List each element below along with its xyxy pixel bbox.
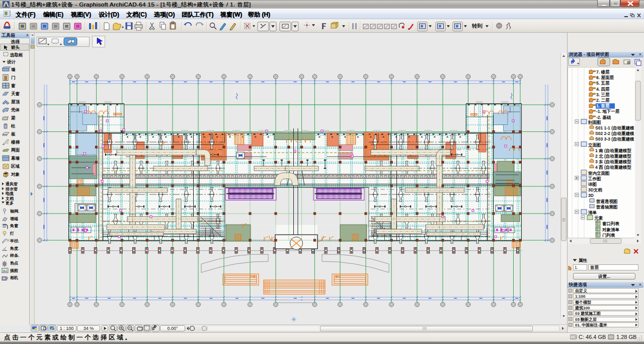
svg-text:S03 3-3 (自动重建模: S03 3-3 (自动重建模 (595, 136, 634, 142)
svg-text:窗: 窗 (11, 83, 16, 88)
svg-text:更多: 更多 (6, 201, 14, 205)
svg-text:2. 二层: 2. 二层 (596, 98, 610, 103)
svg-text:区域: 区域 (11, 164, 20, 169)
svg-text:角度.: 角度. (10, 246, 19, 251)
svg-text:12: 12 (7, 239, 10, 242)
svg-text:立面图: 立面图 (588, 143, 601, 148)
svg-text:7. 楼层: 7. 楼层 (596, 70, 610, 75)
svg-text:-1. 地下一层: -1. 地下一层 (596, 109, 620, 114)
svg-text:墙: 墙 (11, 67, 16, 72)
svg-text:半径.: 半径. (10, 239, 19, 243)
svg-text:S01 1-1 (自动重建模: S01 1-1 (自动重建模 (595, 125, 634, 130)
svg-text:梁: 梁 (11, 115, 16, 120)
svg-text:门: 门 (11, 75, 16, 80)
svg-text:3D: 3D (588, 193, 594, 198)
svg-text:2 北 (自动重建模型: 2 北 (自动重建模型 (595, 154, 631, 159)
svg-text:1. 首层: 1. 首层 (596, 103, 610, 108)
svg-text:轴网.: 轴网. (10, 209, 19, 214)
svg-text:窗口列表: 窗口列表 (602, 221, 620, 226)
svg-text:转到: 转到 (471, 23, 482, 29)
svg-text:元素: 元素 (594, 216, 603, 221)
svg-text:清单: 清单 (588, 210, 597, 215)
svg-text:壳体: 壳体 (11, 107, 20, 112)
svg-text:屋顶: 屋顶 (11, 99, 20, 104)
svg-text:排水管: 排水管 (5, 187, 18, 191)
svg-text:普通透视图: 普通透视图 (596, 199, 618, 204)
svg-text:-2. 基础: -2. 基础 (596, 115, 611, 120)
svg-text:插图: 插图 (10, 268, 18, 273)
svg-text:S02 2-2 (自动重建模: S02 2-2 (自动重建模 (595, 131, 634, 136)
svg-text:6. 屋面层: 6. 屋面层 (596, 75, 614, 80)
svg-text:板: 板 (11, 131, 16, 136)
svg-text:室内立面图: 室内立面图 (588, 171, 610, 176)
svg-text:样条.: 样条. (10, 253, 19, 258)
svg-text:选取框: 选取框 (10, 52, 23, 57)
svg-text:普通轴测图: 普通轴测图 (596, 204, 618, 210)
svg-text:对象: 对象 (11, 172, 20, 177)
svg-text:角窗: 角窗 (10, 223, 18, 228)
svg-text:3. 三层: 3. 三层 (596, 92, 610, 97)
svg-text:工作图: 工作图 (588, 176, 601, 181)
svg-text:箭头: 箭头 (11, 45, 20, 50)
svg-text:对象清单: 对象清单 (602, 227, 620, 232)
svg-text:柱: 柱 (11, 123, 16, 128)
svg-text:剖面图: 剖面图 (588, 120, 601, 125)
svg-text:门列表: 门列表 (602, 233, 615, 238)
svg-text:4 西 (自动重建模型: 4 西 (自动重建模型 (595, 165, 631, 170)
svg-text:天窗: 天窗 (11, 91, 20, 96)
svg-text:网面: 网面 (11, 148, 20, 153)
svg-text:1 南 (自动重建模型: 1 南 (自动重建模型 (595, 148, 631, 153)
svg-text:楼梯: 楼梯 (11, 140, 20, 145)
svg-text:幕墙: 幕墙 (11, 156, 20, 161)
svg-text:3D文档: 3D文档 (588, 187, 602, 192)
svg-text:墙端: 墙端 (10, 217, 18, 221)
svg-text:通风管: 通风管 (5, 181, 18, 186)
svg-text:设计: 设计 (7, 59, 16, 64)
svg-text:3 东 (自动重建模型: 3 东 (自动重建模型 (595, 159, 631, 164)
svg-text:热点: 热点 (10, 261, 19, 265)
svg-text:详图: 详图 (588, 182, 597, 187)
svg-text:电缆: 电缆 (6, 191, 14, 196)
svg-text:4. 四层: 4. 四层 (596, 87, 610, 92)
svg-text:文档: 文档 (5, 196, 14, 201)
svg-text:灯: 灯 (10, 231, 14, 236)
svg-text:5. 五层: 5. 五层 (596, 81, 610, 86)
svg-text:相机: 相机 (10, 276, 18, 280)
